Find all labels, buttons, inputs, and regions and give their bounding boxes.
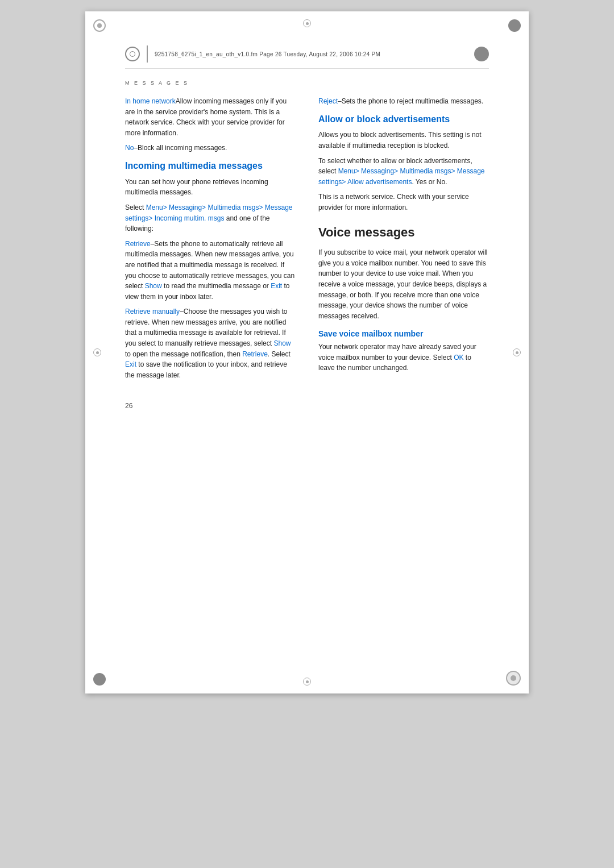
header-divider xyxy=(147,45,148,63)
heading-incoming: Incoming multimedia messages xyxy=(125,160,296,172)
allow-block-text1: Allows you to block advertisements. This… xyxy=(318,130,489,151)
in-home-para: In home networkAllow incoming messages o… xyxy=(125,96,296,138)
reg-mark-tr xyxy=(508,19,521,32)
exit-link2: Exit xyxy=(125,360,136,368)
no-text: –Block all incoming messages. xyxy=(134,144,227,152)
reg-mark-right xyxy=(513,348,521,356)
reg-mark-bl xyxy=(93,673,106,686)
exit-link1: Exit xyxy=(271,282,282,290)
in-home-label: In home network xyxy=(125,97,176,105)
rm-end-text: to save the notification to your inbox, … xyxy=(125,360,287,379)
left-column: In home networkAllow incoming messages o… xyxy=(125,96,296,385)
header-icon-left xyxy=(125,47,140,61)
header-bar: 9251758_6275i_1_en_au_oth_v1.0.fm Page 2… xyxy=(125,45,489,69)
reg-mark-br xyxy=(506,671,521,686)
retrieve-mid: to read the multimedia message or xyxy=(162,282,271,290)
header-icon-right xyxy=(474,47,489,61)
page: 9251758_6275i_1_en_au_oth_v1.0.fm Page 2… xyxy=(85,11,529,693)
select-prefix: Select xyxy=(125,203,146,211)
retrieve-label: Retrieve xyxy=(125,240,151,248)
reject-para: Reject–Sets the phone to reject multimed… xyxy=(318,96,489,107)
heading-voice: Voice messages xyxy=(318,225,489,241)
retrieve-manually-label: Retrieve manually xyxy=(125,308,180,315)
reject-label: Reject xyxy=(318,97,338,105)
no-label: No xyxy=(125,144,134,152)
heading-allow-block: Allow or block advertisements xyxy=(318,114,489,126)
reg-mark-top xyxy=(303,19,311,27)
reg-mark-bottom xyxy=(303,678,311,686)
reject-text: –Sets the phone to reject multimedia mes… xyxy=(338,97,483,105)
header-filename: 9251758_6275i_1_en_au_oth_v1.0.fm Page 2… xyxy=(155,51,380,57)
no-para: No–Block all incoming messages. xyxy=(125,143,296,153)
page-number: 26 xyxy=(125,402,489,410)
section-label: M e s s a g e s xyxy=(125,80,489,86)
reg-mark-left xyxy=(93,348,101,356)
rm-mid2: . Select xyxy=(268,350,291,358)
ok-link: OK xyxy=(454,354,463,362)
save-voice-text: Your network operator may have already s… xyxy=(318,343,476,362)
allow-block-text3: This is a network service. Check with yo… xyxy=(318,192,489,213)
content-columns: In home networkAllow incoming messages o… xyxy=(125,96,489,385)
retrieve-para: Retrieve–Sets the phone to automatically… xyxy=(125,239,296,302)
select-menu-para: Select Menu> Messaging> Multimedia msgs>… xyxy=(125,202,296,234)
voice-text: If you subscribe to voice mail, your net… xyxy=(318,247,489,321)
rm-mid-text: to open the message notification, then xyxy=(125,350,242,358)
heading-save-voice: Save voice mailbox number xyxy=(318,329,489,338)
right-column: Reject–Sets the phone to reject multimed… xyxy=(318,96,489,385)
allow-block-menu: Menu> Messaging> Multimedia msgs> Messag… xyxy=(318,167,484,186)
intro-text: You can set how your phone retrieves inc… xyxy=(125,177,296,198)
reg-mark-tl xyxy=(93,19,106,32)
allow-block-end: . Yes or No. xyxy=(412,178,447,186)
allow-block-para2: To select whether to allow or block adve… xyxy=(318,156,489,188)
show-link2: Show xyxy=(273,339,291,347)
show-link1: Show xyxy=(145,282,162,290)
save-voice-para: Your network operator may have already s… xyxy=(318,342,489,373)
retrieve-link2: Retrieve xyxy=(242,350,268,358)
retrieve-manually-para: Retrieve manually–Choose the messages yo… xyxy=(125,306,296,380)
